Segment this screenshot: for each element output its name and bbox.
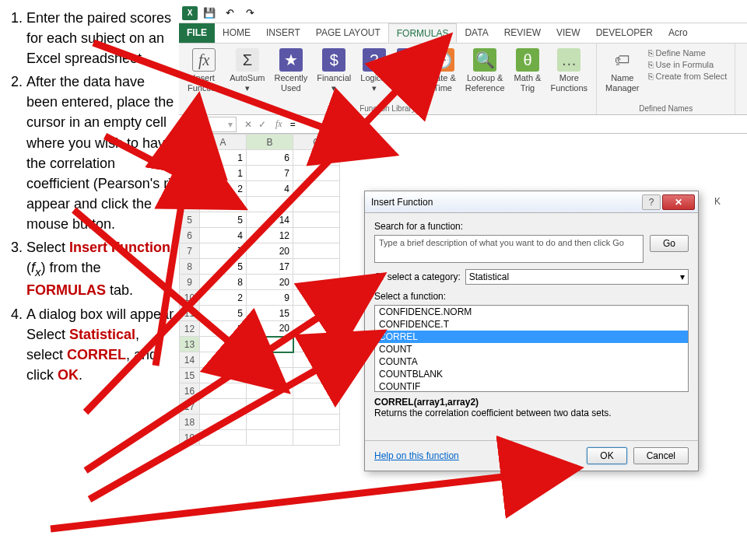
- cell[interactable]: [293, 197, 340, 212]
- cell[interactable]: [293, 383, 340, 399]
- cell[interactable]: [200, 415, 247, 430]
- tab-file[interactable]: FILE: [179, 23, 215, 43]
- row-header[interactable]: 13: [180, 337, 200, 352]
- cell[interactable]: [293, 337, 340, 352]
- more-functions-button[interactable]: …More Functions: [546, 47, 591, 103]
- recently-used-button[interactable]: ★Recently Used: [270, 47, 311, 103]
- cell[interactable]: [293, 259, 340, 275]
- row-header[interactable]: 6: [180, 228, 200, 243]
- tab-page-layout[interactable]: PAGE LAYOUT: [308, 23, 388, 43]
- function-option[interactable]: COUNTA: [375, 355, 688, 368]
- cell[interactable]: [293, 306, 340, 321]
- column-header[interactable]: A: [200, 135, 247, 150]
- row-header[interactable]: 17: [180, 399, 200, 415]
- use-in-formula-button[interactable]: Use in Formula: [648, 60, 728, 69]
- help-link[interactable]: Help on this function: [374, 450, 459, 461]
- cell[interactable]: [247, 368, 293, 383]
- cell[interactable]: 7: [200, 243, 247, 259]
- row-header[interactable]: 2: [180, 166, 200, 181]
- cell[interactable]: [293, 212, 340, 228]
- tab-review[interactable]: REVIEW: [496, 23, 549, 43]
- undo-icon[interactable]: ↶: [221, 5, 238, 21]
- tab-data[interactable]: DATA: [457, 23, 496, 43]
- fx-icon[interactable]: fx: [271, 118, 287, 130]
- date-time-button[interactable]: 🕒Date & Time: [426, 47, 460, 103]
- cell[interactable]: 20: [247, 275, 293, 290]
- redo-icon[interactable]: ↷: [241, 5, 258, 21]
- cell[interactable]: 17: [247, 259, 293, 275]
- row-header[interactable]: 15: [180, 368, 200, 383]
- create-from-selection-button[interactable]: Create from Select: [648, 72, 728, 81]
- cell[interactable]: [247, 415, 293, 430]
- tab-developer[interactable]: DEVELOPER: [588, 23, 661, 43]
- function-listbox[interactable]: CONFIDENCE.NORMCONFIDENCE.TCORRELCOUNTCO…: [374, 305, 689, 392]
- cell[interactable]: [293, 399, 340, 415]
- row-header[interactable]: 18: [180, 415, 200, 430]
- dialog-titlebar[interactable]: Insert Function ? ✕: [365, 191, 698, 213]
- cell[interactable]: [247, 430, 293, 446]
- cell[interactable]: [293, 321, 340, 337]
- function-option[interactable]: CORREL: [375, 331, 688, 343]
- tab-view[interactable]: VIEW: [549, 23, 588, 43]
- search-input[interactable]: Type a brief description of what you wan…: [374, 235, 644, 263]
- row-header[interactable]: 7: [180, 243, 200, 259]
- insert-function-button[interactable]: fxInsert Function: [184, 47, 224, 103]
- function-option[interactable]: COUNT: [375, 343, 688, 355]
- cell[interactable]: 3: [200, 197, 247, 212]
- cell[interactable]: [247, 399, 293, 415]
- cancel-button[interactable]: Cancel: [633, 447, 689, 464]
- cell[interactable]: [293, 228, 340, 243]
- cell[interactable]: [293, 166, 340, 181]
- cell[interactable]: [200, 337, 247, 352]
- cell[interactable]: [200, 399, 247, 415]
- ok-button[interactable]: OK: [587, 447, 626, 464]
- logical-button[interactable]: ?Logical▾: [356, 47, 391, 103]
- cell[interactable]: 20: [247, 321, 293, 337]
- cell[interactable]: 1: [200, 150, 247, 166]
- autosum-button[interactable]: ΣAutoSum▾: [226, 47, 268, 103]
- cell[interactable]: 5: [200, 306, 247, 321]
- function-option[interactable]: COUNTBLANK: [375, 368, 688, 380]
- column-header[interactable]: B: [247, 135, 293, 150]
- cell[interactable]: [293, 275, 340, 290]
- cell[interactable]: 14: [247, 212, 293, 228]
- tab-insert[interactable]: INSERT: [258, 23, 308, 43]
- go-button[interactable]: Go: [650, 235, 689, 252]
- function-option[interactable]: COUNTIF: [375, 380, 688, 392]
- row-header[interactable]: 19: [180, 430, 200, 446]
- category-select[interactable]: Statistical▾: [465, 269, 689, 285]
- row-header[interactable]: 12: [180, 321, 200, 337]
- row-header[interactable]: 10: [180, 290, 200, 306]
- cell[interactable]: [293, 150, 340, 166]
- cell[interactable]: 2: [200, 290, 247, 306]
- cell[interactable]: [247, 383, 293, 399]
- row-header[interactable]: 9: [180, 275, 200, 290]
- cell[interactable]: [293, 352, 340, 368]
- cell[interactable]: 12: [247, 228, 293, 243]
- cell[interactable]: 8: [200, 275, 247, 290]
- cell[interactable]: 5: [200, 259, 247, 275]
- cell[interactable]: [293, 430, 340, 446]
- accept-formula-icon[interactable]: ✓: [258, 119, 266, 130]
- cell[interactable]: =: [247, 337, 293, 352]
- cell[interactable]: 9: [247, 290, 293, 306]
- row-header[interactable]: 4: [180, 197, 200, 212]
- tab-formulas[interactable]: FORMULAS: [388, 23, 458, 43]
- row-header[interactable]: 14: [180, 352, 200, 368]
- row-header[interactable]: 3: [180, 181, 200, 197]
- tab-home[interactable]: HOME: [215, 23, 258, 43]
- cell[interactable]: 4: [247, 181, 293, 197]
- dialog-help-icon[interactable]: ?: [642, 194, 661, 210]
- row-header[interactable]: 8: [180, 259, 200, 275]
- cell[interactable]: 6: [247, 150, 293, 166]
- financial-button[interactable]: $Financial▾: [313, 47, 355, 103]
- cell[interactable]: 2: [200, 181, 247, 197]
- cell[interactable]: 5: [200, 212, 247, 228]
- row-header[interactable]: 1: [180, 150, 200, 166]
- cell[interactable]: 5: [200, 321, 247, 337]
- cell[interactable]: [293, 243, 340, 259]
- cell[interactable]: [200, 383, 247, 399]
- define-name-button[interactable]: Define Name: [648, 48, 728, 58]
- row-header[interactable]: 11: [180, 306, 200, 321]
- cell[interactable]: [293, 415, 340, 430]
